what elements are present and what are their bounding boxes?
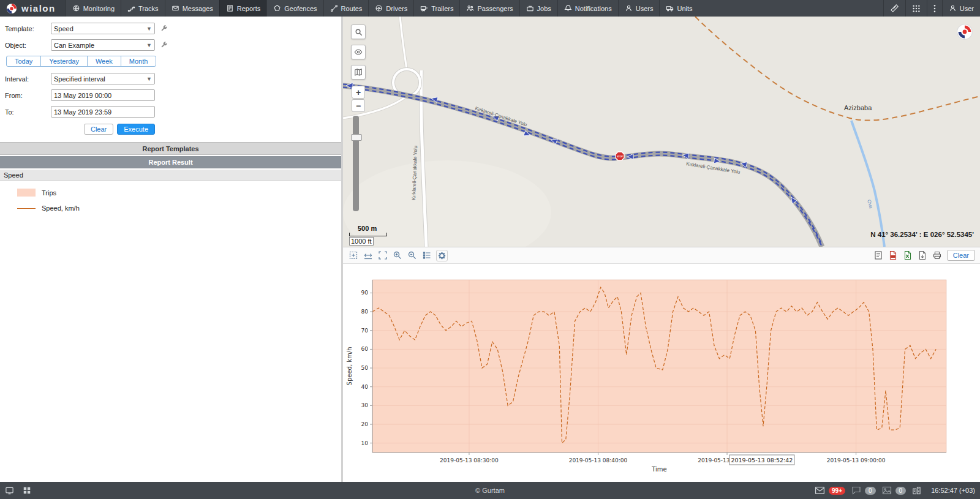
chart-zoom-in-button[interactable] (392, 250, 402, 261)
map-visibility-button[interactable] (351, 45, 366, 59)
geofence-icon (273, 4, 281, 12)
apps-grid-icon (912, 4, 921, 13)
template-select[interactable]: Speed ▼ (51, 23, 155, 34)
map-layers-button[interactable] (351, 65, 366, 80)
wrench-icon (160, 41, 168, 49)
nav-item-trailers[interactable]: Trailers (413, 0, 459, 17)
range-today-button[interactable]: Today (6, 56, 41, 67)
nav-label: Trailers (431, 5, 453, 12)
chart-zoom-out-button[interactable] (407, 250, 417, 261)
zoom-out-button[interactable]: − (352, 99, 365, 112)
nav-item-passengers[interactable]: Passengers (459, 0, 519, 17)
nav-label: Passengers (477, 5, 513, 12)
topbar-right: User (883, 0, 980, 17)
fullscreen-toggle-button[interactable] (5, 486, 14, 495)
chevron-down-icon: ▼ (146, 42, 152, 48)
nav-item-drivers[interactable]: Drivers (368, 0, 413, 17)
svg-text:60: 60 (361, 346, 369, 352)
chart-settings-button[interactable] (436, 250, 448, 261)
clear-button[interactable]: Clear (84, 124, 113, 135)
measure-tool-button[interactable] (883, 0, 905, 17)
nav-label: Geofences (284, 5, 317, 12)
speed-chart[interactable]: 1020304050607080902019-05-13 08:30:00201… (343, 264, 980, 483)
printer-icon (932, 250, 942, 260)
account-icon (949, 4, 957, 12)
nav-label: Notifications (575, 5, 612, 12)
nav-item-routes[interactable]: Routes (323, 0, 369, 17)
form-actions: Clear Execute (5, 124, 155, 135)
chart-table-button[interactable] (421, 250, 432, 261)
nav-label: Jobs (537, 5, 551, 12)
user-icon (625, 4, 633, 12)
object-select[interactable]: Can Example ▼ (51, 39, 155, 51)
execute-button[interactable]: Execute (117, 124, 155, 135)
range-week-button[interactable]: Week (87, 56, 121, 67)
nav-label: Monitoring (83, 5, 115, 12)
map-search-button[interactable] (351, 24, 366, 39)
range-month-button[interactable]: Month (121, 56, 157, 67)
traffic-layer-button[interactable] (912, 486, 921, 495)
image-icon (882, 486, 892, 495)
svg-text:40: 40 (361, 384, 369, 390)
statusbar-right: 99+ 0 0 16:52:47 (+03) (815, 486, 975, 495)
wrench-icon (160, 24, 168, 32)
zoom-interval-button[interactable] (363, 250, 373, 261)
report-result-header[interactable]: Report Result (0, 156, 341, 168)
from-value: 13 May 2019 00:00 (54, 92, 111, 99)
nav-item-messages[interactable]: Messages (165, 0, 219, 17)
map-scale: 500 m 1000 ft (349, 225, 387, 246)
bottom-apps-button[interactable] (23, 486, 31, 495)
template-settings-button[interactable] (160, 24, 168, 32)
export-excel-button[interactable] (903, 250, 913, 261)
apps-menu-button[interactable] (905, 0, 927, 17)
nav-item-units[interactable]: Units (659, 0, 698, 17)
nav-label: Drivers (386, 5, 407, 12)
nav-item-users[interactable]: Users (618, 0, 660, 17)
report-template-button[interactable] (873, 250, 884, 261)
chat-indicator[interactable] (851, 486, 861, 495)
messages-indicator[interactable] (815, 486, 825, 495)
report-templates-header[interactable]: Report Templates (0, 142, 341, 155)
search-icon (355, 28, 363, 36)
media-indicator[interactable] (882, 486, 892, 495)
more-menu-button[interactable] (927, 0, 942, 17)
scale-metric: 500 m (349, 225, 387, 232)
range-yesterday-button[interactable]: Yesterday (40, 56, 88, 67)
nav-item-monitoring[interactable]: Monitoring (66, 0, 121, 17)
nav-item-tracks[interactable]: Tracks (121, 0, 165, 17)
zoom-in-button[interactable]: + (352, 86, 365, 99)
map-canvas[interactable]: Ova Kırklareli-Çanakkale Yolu Kırklareli… (343, 17, 980, 247)
nav-item-reports[interactable]: Reports (219, 0, 267, 17)
nav-label: Tracks (138, 5, 159, 12)
interval-select[interactable]: Specified interval ▼ (51, 73, 155, 84)
nav-item-geofences[interactable]: Geofences (266, 0, 323, 17)
town-label: Azizbaba (844, 104, 872, 111)
zoom-slider-handle[interactable] (351, 134, 362, 141)
zoom-slider[interactable] (353, 116, 359, 211)
nav-item-notifications[interactable]: Notifications (557, 0, 618, 17)
map[interactable]: Ova Kırklareli-Çanakkale Yolu Kırklareli… (343, 17, 980, 247)
chat-count-badge: 0 (865, 487, 876, 495)
user-menu-button[interactable]: User (942, 0, 980, 17)
envelope-icon (815, 486, 825, 495)
stop-event-marker[interactable]: STOP (616, 152, 624, 160)
nav-item-jobs[interactable]: Jobs (519, 0, 557, 17)
brand-name: wialon (21, 3, 56, 13)
print-button[interactable] (932, 250, 943, 261)
from-input[interactable]: 13 May 2019 00:00 (51, 89, 155, 101)
export-pdf-button[interactable] (888, 250, 899, 261)
chart-clear-button[interactable]: Clear (947, 250, 975, 261)
to-input[interactable]: 13 May 2019 23:59 (51, 106, 155, 118)
object-settings-button[interactable] (160, 41, 168, 49)
from-label: From: (5, 92, 51, 99)
top-navigation: wialon Monitoring Tracks Messages Report… (0, 0, 980, 17)
export-file-button[interactable] (918, 250, 928, 261)
zoom-selection-button[interactable] (348, 250, 358, 261)
scale-imperial: 1000 ft (349, 237, 374, 246)
reset-zoom-button[interactable] (377, 250, 388, 261)
truck-icon (666, 4, 674, 12)
quick-range-group: Today Yesterday Week Month (6, 56, 336, 67)
media-count-badge: 0 (895, 487, 907, 495)
trailer-icon (420, 4, 428, 12)
svg-text:90: 90 (361, 290, 369, 296)
